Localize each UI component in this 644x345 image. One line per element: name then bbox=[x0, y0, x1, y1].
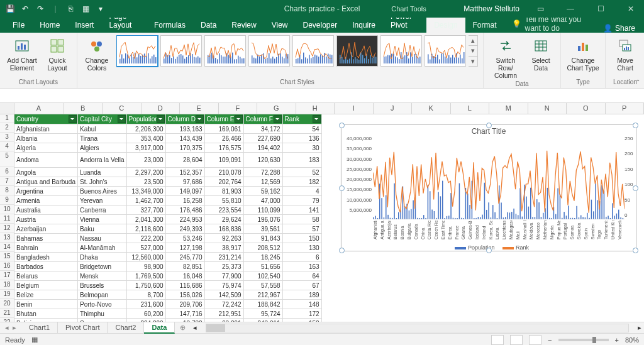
cell[interactable]: Antigua and Barbuda bbox=[14, 177, 78, 187]
cell[interactable]: Kabul bbox=[77, 124, 126, 134]
sheet-nav-prev-icon[interactable]: ◂ bbox=[5, 324, 9, 332]
col-header-C[interactable]: C bbox=[103, 103, 142, 114]
cell[interactable]: 25,373 bbox=[204, 262, 243, 271]
cell[interactable]: Algiers bbox=[77, 143, 126, 153]
redo-icon[interactable]: ↷ bbox=[35, 4, 45, 14]
cell[interactable]: 6 bbox=[282, 253, 321, 262]
row-header-4[interactable]: 4 bbox=[0, 142, 14, 151]
scroll-thumb[interactable] bbox=[206, 324, 225, 332]
cell[interactable]: 149,097 bbox=[165, 187, 204, 196]
new-sheet-button[interactable]: ⊕ bbox=[175, 324, 191, 332]
col-header-F[interactable]: F bbox=[219, 103, 258, 114]
quick-layout-button[interactable]: Quick Layout bbox=[43, 35, 72, 72]
row-header-10[interactable]: 10 bbox=[0, 205, 14, 214]
tab-design[interactable]: Design bbox=[426, 18, 465, 33]
zoom-out-icon[interactable]: − bbox=[548, 336, 552, 344]
embedded-chart[interactable]: Chart Title 40,000,00035,000,00030,000,0… bbox=[341, 124, 636, 251]
data-table[interactable]: CountryCapital CityPopulationColumn DCol… bbox=[14, 114, 322, 322]
cell[interactable]: 67 bbox=[282, 281, 321, 290]
select-all-corner[interactable] bbox=[0, 103, 14, 114]
row-header-1[interactable]: 1 bbox=[0, 114, 14, 123]
tab-data[interactable]: Data bbox=[193, 18, 224, 33]
cell[interactable]: 59,162 bbox=[243, 187, 282, 196]
cell[interactable]: 102,540 bbox=[243, 271, 282, 281]
cell[interactable]: 81,903 bbox=[204, 187, 243, 196]
resize-handle-se[interactable] bbox=[633, 248, 638, 253]
row-header-18[interactable]: 18 bbox=[0, 280, 14, 290]
cell[interactable]: 12,569 bbox=[243, 177, 282, 187]
table-row[interactable]: BelizeBelmopan8,700156,026142,509212,967… bbox=[14, 290, 322, 300]
resize-handle-n[interactable] bbox=[486, 123, 492, 128]
cell[interactable]: 202,764 bbox=[204, 177, 243, 187]
row-header-9[interactable]: 9 bbox=[0, 195, 14, 205]
cell[interactable]: Mensk bbox=[77, 271, 126, 281]
cell[interactable]: 18,245 bbox=[243, 253, 282, 262]
filter-icon[interactable] bbox=[196, 115, 204, 123]
cell[interactable]: 152,357 bbox=[165, 168, 204, 177]
cell[interactable]: 77,900 bbox=[204, 271, 243, 281]
cell[interactable]: 75,974 bbox=[204, 281, 243, 290]
sheet-nav-next-icon[interactable]: ▸ bbox=[13, 324, 16, 332]
cell[interactable]: 4 bbox=[282, 187, 321, 196]
cell[interactable]: Algeria bbox=[14, 143, 78, 153]
cell[interactable]: Tirana bbox=[77, 134, 126, 143]
cell[interactable]: Azerbaijan bbox=[14, 224, 78, 234]
cell[interactable]: 193,163 bbox=[165, 124, 204, 134]
user-name[interactable]: Matthew Stelluto bbox=[464, 4, 519, 13]
cell[interactable]: 109,091 bbox=[204, 153, 243, 168]
tab-review[interactable]: Review bbox=[224, 18, 264, 33]
cell[interactable]: 183 bbox=[282, 153, 321, 168]
cell[interactable]: 110,099 bbox=[243, 205, 282, 215]
cell[interactable]: 72,288 bbox=[243, 168, 282, 177]
row-header-11[interactable]: 11 bbox=[0, 214, 14, 224]
table-header-0[interactable]: Country bbox=[14, 114, 78, 124]
sheet-tab-chart2[interactable]: Chart2 bbox=[108, 322, 144, 334]
tab-file[interactable]: File bbox=[5, 18, 32, 33]
table-row[interactable]: BelgiumBrussels1,750,600116,68675,97457,… bbox=[14, 281, 322, 290]
cell[interactable]: 57 bbox=[282, 224, 321, 234]
table-header-4[interactable]: Column E bbox=[204, 114, 243, 124]
cell[interactable]: 245,770 bbox=[165, 253, 204, 262]
cell[interactable]: 8,700 bbox=[126, 290, 165, 300]
table-row[interactable]: BahamasNassau222,20053,24692,26391,84315… bbox=[14, 234, 322, 243]
cell[interactable]: 172 bbox=[282, 309, 321, 319]
cell[interactable]: Afghanistan bbox=[14, 124, 78, 134]
col-header-G[interactable]: G bbox=[257, 103, 296, 114]
minimize-icon[interactable]: — bbox=[561, 4, 580, 13]
add-chart-element-button[interactable]: Add Chart Element bbox=[5, 35, 39, 72]
cell[interactable]: Bahamas bbox=[14, 234, 78, 243]
cell[interactable]: 1,769,500 bbox=[126, 271, 165, 281]
chart-plot-area[interactable] bbox=[373, 138, 625, 219]
tab-format[interactable]: Format bbox=[465, 18, 504, 33]
cell[interactable]: Austria bbox=[14, 215, 78, 224]
cell[interactable]: 163 bbox=[282, 262, 321, 271]
row-header-15[interactable]: 15 bbox=[0, 252, 14, 261]
cell[interactable]: 39,561 bbox=[243, 224, 282, 234]
tab-developer[interactable]: Developer bbox=[296, 18, 345, 33]
cell[interactable]: Belize bbox=[14, 290, 78, 300]
cell[interactable]: Belarus bbox=[14, 271, 78, 281]
cell[interactable]: Bangladesh bbox=[14, 253, 78, 262]
col-header-M[interactable]: M bbox=[489, 103, 528, 114]
collapse-ribbon-icon[interactable]: ⌃ bbox=[635, 79, 640, 85]
col-header-D[interactable]: D bbox=[142, 103, 180, 114]
cell[interactable]: 120,630 bbox=[243, 153, 282, 168]
col-header-B[interactable]: B bbox=[64, 103, 103, 114]
chart-style-8[interactable] bbox=[425, 35, 466, 67]
cell[interactable]: Belgium bbox=[14, 281, 78, 290]
row-header-8[interactable]: 8 bbox=[0, 186, 14, 195]
cell[interactable]: 34,172 bbox=[243, 124, 282, 134]
chart-style-2[interactable] bbox=[160, 35, 202, 67]
row-header-19[interactable]: 19 bbox=[0, 290, 14, 299]
cell[interactable]: 147,716 bbox=[165, 309, 204, 319]
filter-icon[interactable] bbox=[118, 115, 126, 123]
cell[interactable]: 231,600 bbox=[126, 300, 165, 309]
table-row[interactable]: BelarusMensk1,769,50016,04877,900102,540… bbox=[14, 271, 322, 281]
table-row[interactable]: BarbadosBridgetown98,90082,85125,37351,6… bbox=[14, 262, 322, 271]
tab-view[interactable]: View bbox=[264, 18, 296, 33]
cell[interactable]: 1,750,600 bbox=[126, 281, 165, 290]
row-header-16[interactable]: 16 bbox=[0, 261, 14, 271]
cell[interactable]: 196,076 bbox=[243, 215, 282, 224]
cell[interactable]: 57,558 bbox=[243, 281, 282, 290]
view-page-break-icon[interactable] bbox=[529, 335, 541, 345]
